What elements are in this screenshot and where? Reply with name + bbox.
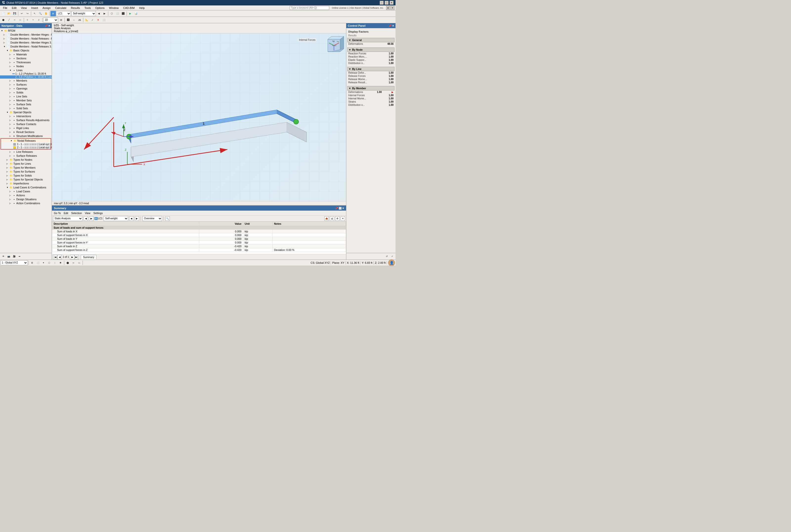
snap-dropdown[interactable]: 10	[43, 18, 58, 22]
sum-lc-prev[interactable]: ◀	[129, 216, 134, 221]
nav-load-cases[interactable]: ▼ 📁 Load Cases & Combinations	[0, 185, 52, 189]
annotate-btn[interactable]: 🅰	[65, 17, 71, 23]
nav-nodal-releases[interactable]: ▼ 📁 Nodal Releases	[1, 139, 51, 142]
box-btn[interactable]: ⬜	[101, 17, 107, 23]
nav-line-releases[interactable]: ▷ ▪ Line Releases	[0, 150, 52, 154]
nav-materials[interactable]: ▷ ▪ Materials	[0, 52, 52, 56]
nav-nodes[interactable]: ▷ ▪ Nodes	[0, 64, 52, 68]
bt-btn2[interactable]: ⬜	[35, 260, 41, 266]
viewport-canvas[interactable]: Internal Forces	[52, 33, 346, 201]
nav-pin-btn[interactable]: 📌	[45, 24, 48, 27]
nav-file-3[interactable]: ▷ 📄 Double Members - Member Hinges 3.rf6…	[0, 40, 52, 44]
cp-reset-btn[interactable]: ↺	[384, 254, 390, 259]
nav-load-cases-item[interactable]: ▷ ▪ Load Cases	[0, 189, 52, 193]
grid-btn[interactable]: ⊞	[58, 17, 64, 23]
undo-btn[interactable]: ↩	[19, 11, 24, 16]
nav-types-surfaces[interactable]: ▷ 📁 Types for Surfaces	[0, 170, 52, 173]
surface-btn[interactable]: ▭	[18, 17, 23, 23]
save-btn[interactable]: 💾	[12, 11, 17, 16]
nav-thicknesses[interactable]: ▷ ▪ Thicknesses	[0, 60, 52, 64]
nav-close-btn[interactable]: ✕	[48, 24, 50, 27]
bt-btn4[interactable]: ⬡	[46, 260, 52, 266]
nav-lines[interactable]: ▼ ▪ Lines	[0, 68, 52, 72]
x-axis-btn[interactable]: X	[25, 17, 30, 23]
summary-max-btn[interactable]: ⬜	[339, 207, 342, 210]
sum-settings[interactable]: Settings	[93, 211, 104, 215]
nav-file-1[interactable]: ▷ 📄 Double Members - Member Hinges - Rec…	[0, 33, 52, 37]
bt-btn1[interactable]: ⊞	[30, 260, 35, 266]
close-btn[interactable]: ✕	[390, 1, 393, 5]
dimension-btn[interactable]: ↔	[71, 17, 77, 23]
js-btn[interactable]: JS	[77, 17, 82, 23]
nav-line-1[interactable]: 1 - 1,2 | Polyline | L: 20.00 ft	[0, 72, 52, 75]
cp-apply-btn[interactable]: ✓	[390, 254, 395, 259]
sum-view[interactable]: View	[84, 211, 92, 215]
cp-pin-btn[interactable]: 📌	[389, 24, 391, 27]
sum-lc-select[interactable]: Self-weight	[103, 216, 128, 221]
delete-btn[interactable]: ✕	[95, 17, 101, 23]
view-mode-select[interactable]: 1 - Global XYZ	[0, 260, 28, 265]
maximize-btn[interactable]: □	[385, 1, 389, 5]
nav-special-objects[interactable]: ▼ 📁 Special Objects	[0, 110, 52, 114]
nav-video-btn[interactable]: 🎥	[12, 254, 17, 259]
nav-cube[interactable]: +y +x Front	[323, 34, 345, 57]
render-btn[interactable]: D	[51, 11, 56, 16]
bt-select3[interactable]: ▭	[76, 260, 82, 266]
sum-next-btn[interactable]: ▶	[89, 216, 93, 221]
nav-rfem[interactable]: ▼ 📁 RFEM	[0, 29, 52, 33]
sum-goto[interactable]: Go To	[53, 211, 62, 215]
bt-btn3[interactable]: ✦	[41, 260, 46, 266]
page-last-btn[interactable]: ▶|	[74, 255, 79, 259]
sum-filter-btn[interactable]: 🔍	[166, 216, 170, 221]
cp-close-panel-btn[interactable]: ✕	[392, 24, 394, 27]
redo-btn[interactable]: ↪	[25, 11, 30, 16]
nav-nr-2[interactable]: 2 - 1 - □□□ □□□□□ | Local xyz | C_φX: 0.…	[1, 146, 51, 149]
nav-actions[interactable]: ▷ ▪ Actions	[0, 193, 52, 197]
bt-select1[interactable]: ⬤	[65, 260, 71, 266]
menu-file[interactable]: File	[1, 6, 9, 10]
check-btn[interactable]: ✓	[90, 17, 95, 23]
cp-bynode-header[interactable]: ▼ By Node	[347, 48, 394, 52]
menu-cad-bim[interactable]: CAD-BIM	[121, 6, 136, 10]
sum-close2-btn[interactable]: ✕	[341, 216, 345, 221]
nav-types-lines[interactable]: ▷ 📁 Types for Lines	[0, 162, 52, 166]
sum-overview-select[interactable]: Overview	[142, 216, 162, 221]
cp-general-header[interactable]: ▼ General	[347, 38, 394, 42]
view3d-btn[interactable]: ⬡	[109, 11, 114, 16]
menu-calculate[interactable]: Calculate	[53, 6, 69, 10]
y-axis-btn[interactable]: Y	[31, 17, 36, 23]
nav-surf-contacts[interactable]: ▷ ▪ Surface Contacts	[0, 122, 52, 126]
summary-tab[interactable]: Summary	[81, 255, 96, 259]
nav-types-special[interactable]: ▷ 📁 Types for Special Objects	[0, 177, 52, 182]
nav-solids[interactable]: ▷ ▪ Solids	[0, 91, 52, 94]
nav-surface-sets[interactable]: ▷ ▪ Surface Sets	[0, 102, 52, 106]
nav-result-sections[interactable]: ▷ ≡ Result Sections	[0, 130, 52, 134]
measure-btn[interactable]: 📐	[84, 17, 90, 23]
menu-results[interactable]: Results	[69, 6, 82, 10]
lc-select[interactable]: LC1	[56, 11, 71, 16]
nav-rigid-links[interactable]: ▷ ▪ Rigid Links	[0, 126, 52, 130]
node-btn[interactable]: ⬤	[0, 17, 6, 23]
bt-select2[interactable]: ═	[71, 260, 76, 266]
nav-file-2[interactable]: ▷ 📄 Double Members - Nodal Releases - FA…	[0, 37, 52, 40]
nav-camera-btn[interactable]: 📷	[6, 254, 12, 259]
menu-assign[interactable]: Assign	[41, 6, 53, 10]
nav-types-solids[interactable]: ▷ 📁 Types for Solids	[0, 173, 52, 177]
summary-pin-btn[interactable]: 📌	[335, 207, 338, 210]
keyword-search[interactable]	[290, 6, 329, 10]
menu-help[interactable]: Help	[137, 6, 147, 10]
calc-btn[interactable]: ▶	[128, 11, 133, 16]
nav-imperfections[interactable]: ▷ 📁 Imperfections	[0, 182, 52, 185]
cp-close-btn[interactable]: ✕	[390, 6, 394, 10]
line-btn[interactable]: ╱	[6, 17, 12, 23]
lc-name-select[interactable]: Self-weight	[71, 11, 96, 16]
pan-btn[interactable]: ✋	[43, 11, 49, 16]
nav-struct-modifications[interactable]: ▷ ≡ Structure Modifications	[0, 134, 52, 138]
page-prev-btn[interactable]: ◀	[57, 255, 62, 259]
nav-intersections[interactable]: ▷ ▪ Intersections	[0, 114, 52, 118]
sum-selection[interactable]: Selection	[70, 211, 83, 215]
nav-sections[interactable]: ▷ ▪ Sections	[0, 56, 52, 60]
member-btn[interactable]: ═	[12, 17, 17, 23]
nav-basic-objects[interactable]: ▼ 📁 Basic Objects	[0, 49, 52, 52]
sum-lc-next[interactable]: ▶	[135, 216, 139, 221]
